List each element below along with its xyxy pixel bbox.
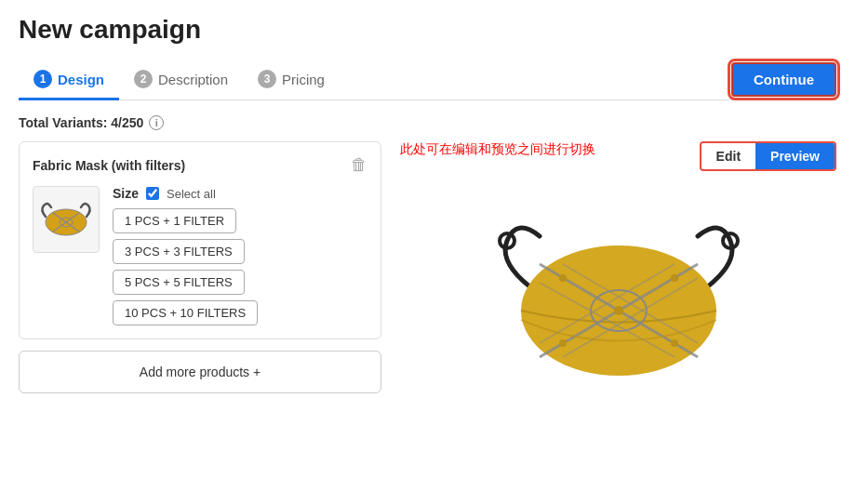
main-content: Fabric Mask (with filters) 🗑 (19, 141, 836, 394)
product-card: Fabric Mask (with filters) 🗑 (19, 141, 381, 339)
edit-preview-bar: Edit Preview (700, 141, 836, 171)
info-icon[interactable]: i (149, 115, 164, 130)
tab-pricing-num: 3 (258, 70, 276, 88)
tab-description-num: 2 (134, 70, 153, 88)
delete-icon[interactable]: 🗑 (351, 155, 367, 175)
preview-area (400, 190, 836, 394)
svg-point-14 (614, 306, 623, 315)
edit-button[interactable]: Edit (701, 143, 755, 169)
preview-button[interactable]: Preview (755, 143, 835, 169)
tab-design[interactable]: 1 Design (19, 60, 119, 100)
size-btn-3pcs[interactable]: 3 PCS + 3 FILTERS (113, 239, 245, 264)
size-btn-1pcs[interactable]: 1 PCS + 1 FILTER (113, 208, 236, 233)
size-label: Size (113, 186, 139, 201)
size-buttons: 1 PCS + 1 FILTER 3 PCS + 3 FILTERS 5 PCS… (113, 208, 367, 325)
chinese-note: 此处可在编辑和预览之间进行切换 (400, 141, 595, 158)
right-top: 此处可在编辑和预览之间进行切换 Edit Preview (400, 141, 836, 182)
size-section: Size Select all 1 PCS + 1 FILTER 3 PCS +… (113, 186, 367, 325)
select-all-label[interactable]: Select all (167, 187, 216, 201)
product-card-header: Fabric Mask (with filters) 🗑 (33, 155, 367, 175)
svg-point-18 (671, 339, 678, 347)
tab-pricing[interactable]: 3 Pricing (243, 60, 340, 100)
svg-point-15 (559, 274, 567, 282)
continue-button[interactable]: Continue (731, 62, 836, 97)
product-thumbnail (33, 186, 100, 253)
tabs-container: 1 Design 2 Description 3 Pricing (19, 60, 340, 99)
tab-pricing-label: Pricing (282, 72, 325, 87)
left-panel: Fabric Mask (with filters) 🗑 (19, 141, 381, 394)
page-title: New campaign (19, 15, 836, 45)
tab-description-label: Description (158, 72, 228, 87)
svg-point-17 (559, 339, 567, 347)
total-variants: Total Variants: 4/250 i (19, 115, 836, 130)
product-name: Fabric Mask (with filters) (33, 158, 185, 173)
add-products-button[interactable]: Add more products + (19, 351, 381, 393)
svg-point-16 (671, 274, 678, 282)
product-body: Size Select all 1 PCS + 1 FILTER 3 PCS +… (33, 186, 367, 325)
select-all-checkbox[interactable] (146, 187, 159, 200)
size-btn-5pcs[interactable]: 5 PCS + 5 FILTERS (113, 270, 245, 295)
size-header: Size Select all (113, 186, 367, 201)
size-btn-10pcs[interactable]: 10 PCS + 10 FILTERS (113, 300, 258, 325)
product-image (38, 192, 94, 247)
tab-design-num: 1 (33, 70, 52, 88)
tab-design-label: Design (58, 72, 104, 87)
mask-preview-image (488, 199, 749, 394)
total-variants-text: Total Variants: 4/250 (19, 115, 143, 130)
tab-description[interactable]: 2 Description (119, 60, 243, 100)
tabs-bar: 1 Design 2 Description 3 Pricing Continu… (19, 60, 836, 100)
right-panel: 此处可在编辑和预览之间进行切换 Edit Preview (381, 141, 836, 394)
